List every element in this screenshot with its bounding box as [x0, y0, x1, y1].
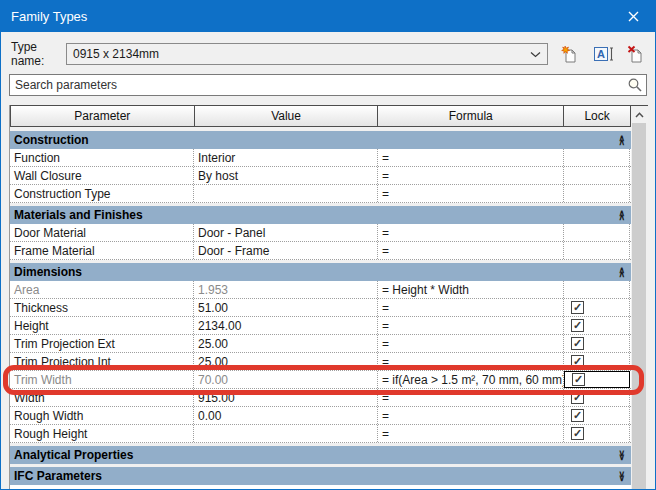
- chevron-down-icon: [530, 51, 541, 58]
- value-cell[interactable]: 70.00: [194, 371, 378, 388]
- rename-type-button[interactable]: A: [591, 43, 614, 66]
- search-icon: [627, 77, 643, 93]
- vertical-scrollbar[interactable]: [631, 105, 648, 490]
- parameter-row-function: FunctionInterior=: [10, 149, 631, 167]
- value-cell[interactable]: Interior: [194, 149, 378, 166]
- parameter-name-cell: Area: [10, 281, 194, 298]
- parameter-name-cell: Function: [10, 149, 194, 166]
- collapse-double-chevron-up-icon[interactable]: ∧∧: [618, 136, 625, 145]
- lock-checkbox-checked[interactable]: ✓: [571, 319, 584, 332]
- parameter-row-construction-type: Construction Type=: [10, 185, 631, 203]
- formula-cell[interactable]: =: [378, 335, 564, 352]
- formula-cell[interactable]: =: [378, 167, 564, 184]
- formula-cell[interactable]: =: [378, 299, 564, 316]
- family-types-dialog: Family Types Type name: 0915 x 2134mm: [0, 0, 656, 490]
- collapse-double-chevron-up-icon[interactable]: ∧∧: [618, 268, 625, 277]
- delete-type-button[interactable]: [624, 43, 647, 66]
- formula-cell[interactable]: =: [378, 224, 564, 241]
- rename-icon: A: [593, 45, 613, 63]
- scrollbar-thumb[interactable]: [632, 123, 646, 490]
- value-cell[interactable]: 51.00: [194, 299, 378, 316]
- lock-checkbox-checked[interactable]: ✓: [571, 391, 584, 404]
- parameter-name-cell: Width: [10, 389, 194, 406]
- lock-checkbox-checked[interactable]: ✓: [571, 427, 584, 440]
- parameter-grid: Parameter Value Formula Lock Constructio…: [9, 105, 631, 490]
- type-name-row: Type name: 0915 x 2134mm A: [11, 43, 647, 65]
- value-cell[interactable]: 25.00: [194, 335, 378, 352]
- section-header-analytical-properties[interactable]: Analytical Properties∨∨: [10, 446, 631, 464]
- lock-checkbox-checked[interactable]: ✓: [571, 409, 584, 422]
- section-header-materials-and-finishes[interactable]: Materials and Finishes∧∧: [10, 206, 631, 224]
- lock-checkbox-checked[interactable]: ✓: [571, 355, 584, 368]
- formula-cell[interactable]: =: [378, 317, 564, 334]
- parameter-name-cell: Height: [10, 317, 194, 334]
- parameter-row-wall-closure: Wall ClosureBy host=: [10, 167, 631, 185]
- lock-cell: [564, 281, 630, 298]
- value-cell[interactable]: 1.953: [194, 281, 378, 298]
- new-type-button[interactable]: [558, 43, 581, 66]
- parameter-row-door-material: Door MaterialDoor - Panel=: [10, 224, 631, 242]
- close-button[interactable]: [611, 1, 655, 32]
- lock-checkbox-checked[interactable]: ✓: [572, 373, 585, 386]
- lock-cell: [564, 185, 630, 202]
- section-header-ifc-parameters[interactable]: IFC Parameters∨∨: [10, 467, 631, 485]
- dialog-title: Family Types: [11, 9, 87, 24]
- formula-cell[interactable]: =: [378, 242, 564, 259]
- value-cell[interactable]: 25.00: [194, 353, 378, 370]
- chevron-up-icon: [635, 112, 644, 118]
- parameter-name-cell: Rough Height: [10, 425, 194, 442]
- lock-cell: ✓: [564, 407, 630, 424]
- title-bar: Family Types: [1, 1, 655, 32]
- value-cell[interactable]: By host: [194, 167, 378, 184]
- parameter-row-trim-projection-int: Trim Projection Int25.00=✓: [10, 353, 631, 371]
- parameter-name-cell: Wall Closure: [10, 167, 194, 184]
- value-cell[interactable]: 2134.00: [194, 317, 378, 334]
- formula-cell[interactable]: =: [378, 425, 564, 442]
- column-header-formula: Formula: [378, 106, 564, 126]
- delete-page-x-icon: [626, 45, 645, 64]
- collapse-double-chevron-up-icon[interactable]: ∧∧: [618, 211, 625, 220]
- value-cell[interactable]: 0.00: [194, 407, 378, 424]
- parameter-row-height: Height2134.00=✓: [10, 317, 631, 335]
- value-cell[interactable]: [194, 425, 378, 442]
- lock-cell: ✓: [564, 425, 630, 442]
- section-label: Dimensions: [14, 265, 82, 279]
- lock-cell: ✓: [564, 371, 630, 388]
- new-type-page-star-icon: [560, 45, 579, 64]
- value-cell[interactable]: 915.00: [194, 389, 378, 406]
- parameter-name-cell: Construction Type: [10, 185, 194, 202]
- section-header-dimensions[interactable]: Dimensions∧∧: [10, 263, 631, 281]
- formula-cell[interactable]: = Height * Width: [378, 281, 564, 298]
- column-header-value: Value: [195, 106, 379, 126]
- section-label: Materials and Finishes: [14, 208, 143, 222]
- search-input[interactable]: [13, 77, 627, 93]
- formula-cell[interactable]: =: [378, 149, 564, 166]
- parameter-row-frame-material: Frame MaterialDoor - Frame=: [10, 242, 631, 260]
- expand-double-chevron-down-icon[interactable]: ∨∨: [618, 451, 625, 460]
- value-cell[interactable]: Door - Panel: [194, 224, 378, 241]
- lock-cell: ✓: [564, 335, 630, 352]
- lock-cell: ✓: [564, 353, 630, 370]
- formula-cell[interactable]: =: [378, 407, 564, 424]
- parameter-name-cell: Door Material: [10, 224, 194, 241]
- formula-cell[interactable]: = if(Area > 1.5 m², 70 mm, 60 mm): [378, 371, 564, 388]
- value-cell[interactable]: Door - Frame: [194, 242, 378, 259]
- formula-cell[interactable]: =: [378, 185, 564, 202]
- parameter-row-area: Area1.953= Height * Width: [10, 281, 631, 299]
- value-cell[interactable]: [194, 185, 378, 202]
- scroll-up-button[interactable]: [631, 106, 648, 123]
- type-name-dropdown[interactable]: 0915 x 2134mm: [66, 43, 548, 65]
- formula-cell[interactable]: =: [378, 353, 564, 370]
- expand-double-chevron-down-icon[interactable]: ∨∨: [618, 472, 625, 481]
- lock-checkbox-checked[interactable]: ✓: [571, 301, 584, 314]
- formula-cell[interactable]: =: [378, 389, 564, 406]
- parameter-row-width: Width915.00=✓: [10, 389, 631, 407]
- parameter-name-cell: Trim Projection Int: [10, 353, 194, 370]
- type-name-label: Type name:: [11, 40, 66, 68]
- lock-checkbox-checked[interactable]: ✓: [571, 337, 584, 350]
- parameter-row-thickness: Thickness51.00=✓: [10, 299, 631, 317]
- lock-cell: ✓: [564, 389, 630, 406]
- section-header-construction[interactable]: Construction∧∧: [10, 131, 631, 149]
- lock-cell: [564, 224, 630, 241]
- lock-cell: [564, 167, 630, 184]
